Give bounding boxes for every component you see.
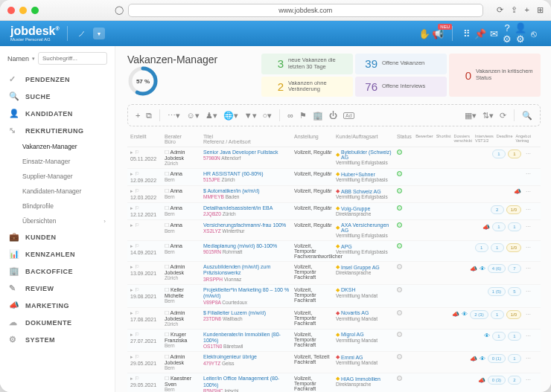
table-row[interactable]: ▸⚐ ☐ AnnaBern Versicherungsfachmann/-fra… [127,220,541,241]
power-icon[interactable]: ⏻ [329,111,337,120]
star-icon[interactable]: 📣 [514,188,521,195]
logo[interactable]: jobdesk® Muster Personal AG [10,25,60,42]
org-filter-icon[interactable]: ♟▾ [206,111,217,121]
flag-icon[interactable]: ⚐ [135,376,139,382]
checkbox[interactable]: ☐ [165,376,169,381]
hand-icon[interactable]: ✋ [418,28,431,39]
nav-pendenzen[interactable]: ✓PENDENZEN [0,71,115,88]
expand-icon[interactable]: ▸ [130,188,133,194]
shield-icon[interactable]: ◯ [115,5,124,15]
reload-icon[interactable]: ⟳ [497,5,503,15]
close-window[interactable] [7,7,15,14]
expand-icon[interactable]: ▸ [130,264,133,270]
pin-icon[interactable]: 📌 [474,28,487,39]
search-scope-label[interactable]: Namen [7,55,29,62]
table-row[interactable]: ▸⚐13.09.2021 ☐ Admin JobdeskZürich Auszu… [127,262,541,285]
nav-rekrutierung[interactable]: ⤡REKRUTIERUNG [0,122,115,139]
checkbox[interactable]: ☐ [165,354,169,359]
checkbox[interactable]: ☐ [165,188,169,193]
nav-marketing[interactable]: 📣MARKETING [0,297,115,314]
star-icon[interactable]: 📣 [470,356,477,362]
nav-sub--bersichten[interactable]: Übersichten› [0,213,115,228]
expand-icon[interactable]: ▸ [130,287,133,293]
sidebar-search-input[interactable] [38,52,107,65]
mail-icon[interactable]: ✉ [487,28,500,39]
checkbox[interactable]: ☐ [165,222,169,228]
row-menu-icon[interactable]: ⋯ [526,333,531,339]
share-icon[interactable]: ⇪ [511,5,517,15]
sort-icon[interactable]: ⇅▾ [482,111,494,121]
row-menu-icon[interactable]: ⋯ [526,189,531,195]
user-filter-icon[interactable]: ☺▾ [186,111,199,121]
expand-icon[interactable]: ▸ [130,205,133,211]
stat-card[interactable]: 0Vakanzen in kritischem Status [449,54,541,97]
nav-kandidaten[interactable]: 👤KANDIDATEN [0,105,115,122]
expand-icon[interactable]: ▸ [130,243,133,249]
checkbox[interactable]: ☐ [165,243,169,248]
row-menu-icon[interactable]: ⋯ [526,377,531,383]
flag-icon[interactable]: ⚐ [135,171,139,177]
row-menu-icon[interactable]: ⋯ [526,245,531,251]
copy-icon[interactable]: ⧉ [146,111,152,121]
star-icon[interactable]: 📣 [482,224,490,231]
table-row[interactable]: ▸⚐12.12.2021 ☐ AnnaBern Detailhandelsass… [127,203,541,220]
nav-sub-vakanzen-manager[interactable]: Vakanzen-Manager [0,139,115,154]
maximize-window[interactable] [31,7,39,14]
table-row[interactable]: ▸⚐14.09.2021 ☐ AnnaBern Mediaplanung (m/… [127,241,541,262]
dropdown-toggle[interactable]: ▾ [93,28,105,39]
status-filter-icon[interactable]: ○▾ [263,111,273,121]
table-row[interactable]: ▸⚐05.11.2022 ☐ Admin JobdeskZürich Senio… [127,147,541,169]
expand-icon[interactable]: ▸ [130,310,133,316]
building-icon[interactable]: 🏢 [313,111,323,121]
expand-icon[interactable]: ▸ [130,332,133,338]
slash-icon[interactable]: ⟋ [75,28,89,39]
add-icon[interactable]: + [136,111,140,120]
checkbox[interactable]: ☐ [165,205,169,211]
new-tab-icon[interactable]: + [525,5,529,15]
logout-icon[interactable]: ⎋ [527,28,541,39]
megaphone-icon[interactable]: 📢NEU [431,28,445,39]
nav-system[interactable]: ⚙SYSTEM [0,331,115,348]
row-menu-icon[interactable]: ⋯ [526,207,531,213]
flag-icon[interactable]: ⚐ [135,264,139,270]
table-row[interactable]: ▸⚐12.03.2022 ☐ AnnaBern $ Automatiker/in… [127,186,541,203]
checkbox[interactable]: ☐ [165,264,169,269]
columns-icon[interactable]: ▦▾ [465,111,477,121]
nav-kunden[interactable]: 💼KUNDEN [0,228,115,245]
stat-card[interactable]: 2Vakanzen ohne Veränderung [261,77,353,97]
star-icon[interactable]: 📣 [452,311,459,318]
flag-icon[interactable]: ⚐ [135,310,139,316]
stat-card[interactable]: 76Offene Interviews [355,77,447,97]
star-icon[interactable]: 📣 [478,377,485,384]
row-menu-icon[interactable]: ⋯ [526,289,531,295]
refresh-icon[interactable]: ⟳ [500,111,506,121]
org-icon[interactable]: ⠿ [460,28,474,39]
nav-kennzahlen[interactable]: 📊KENNZAHLEN [0,245,115,263]
expand-icon[interactable]: ▸ [130,150,133,155]
row-menu-icon[interactable]: ⋯ [526,171,531,177]
star-icon[interactable]: 📣 [470,266,477,272]
search-icon[interactable]: 🔍 [522,111,532,121]
table-row[interactable]: ▸⚐27.07.2021 ☐ Kruger FranziskaBern Kund… [127,330,541,353]
nav-sub-kandidaten-manager[interactable]: Kandidaten-Manager [0,184,115,199]
checkbox[interactable]: ☐ [165,310,169,315]
nav-backoffice[interactable]: 🏢BACKOFFICE [0,263,115,280]
eye-icon[interactable]: 👁 [480,266,485,272]
flag-icon[interactable]: ⚑ [299,111,307,121]
help-icon[interactable]: ?⚙ [500,22,514,45]
checkbox[interactable]: ☐ [165,332,169,337]
flag-icon[interactable]: ⚐ [135,354,139,360]
row-menu-icon[interactable]: ⋯ [526,356,531,362]
funnel-icon[interactable]: ▼▾ [244,111,257,121]
nav-sub-einsatz-manager[interactable]: Einsatz-Manager [0,154,115,169]
table-row[interactable]: ▸⚐12.09.2022 ☐ AnnaBern HR ASSISTANT (60… [127,169,541,186]
minimize-window[interactable] [19,7,27,14]
flag-icon[interactable]: ⚐ [135,205,139,211]
stat-card[interactable]: 3neue Vakanzen die letzten 30 Tage [261,54,353,74]
dots-icon[interactable]: ⋯▾ [168,111,180,121]
checkbox[interactable]: ☐ [165,287,169,292]
flag-icon[interactable]: ⚐ [135,243,139,249]
flag-icon[interactable]: ⚐ [135,332,139,338]
link-icon[interactable]: ∞ [287,111,293,120]
flag-icon[interactable]: ⚐ [135,150,139,155]
